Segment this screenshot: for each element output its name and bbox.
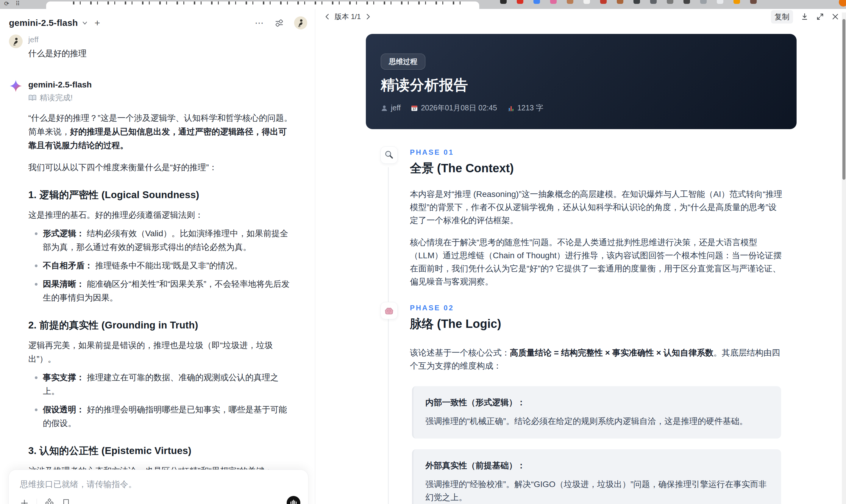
chat-header: gemini-2.5-flash + ⋯ xyxy=(0,9,315,32)
section-2-bullets: 事实支撑： 推理建立在可靠的数据、准确的观测或公认的真理之上。 假设透明： 好的… xyxy=(28,371,294,430)
artifact-panel: 版本 1/1 复制 思维过程 xyxy=(316,9,846,504)
panel-scrollbar-thumb[interactable] xyxy=(842,19,845,180)
phase-2-label: PHASE 02 xyxy=(410,304,784,312)
extension-icon[interactable] xyxy=(667,0,673,4)
browser-reload-icon[interactable]: ⟳ xyxy=(4,1,9,6)
chat-scroll-area[interactable]: jeff 什么是好的推理 gemini-2.5-flash xyxy=(0,32,315,504)
tab-grid-icon[interactable]: ⠿ xyxy=(16,1,19,6)
section-3-title: 3. 认知的公正性 (Epistemic Virtues) xyxy=(28,444,294,457)
voice-input-button[interactable] xyxy=(287,496,300,504)
version-prev-icon[interactable] xyxy=(324,13,330,20)
section-1-lead: 这是推理的基石。好的推理必须遵循逻辑法则： xyxy=(28,208,294,222)
phase-2-paragraph: 该论述基于一个核心公式：高质量结论 = 结构完整性 × 事实准确性 × 认知自律… xyxy=(410,346,784,373)
assistant-message: gemini-2.5-flash 精读完成! “什么是好的推理？”这是一个涉及逻… xyxy=(9,79,298,504)
extension-icon[interactable] xyxy=(717,0,723,4)
report-badge: 思维过程 xyxy=(381,54,425,70)
toolbar-divider xyxy=(37,499,37,504)
phase-1-paragraph-1: 本内容是对“推理 (Reasoning)”这一抽象概念的高层建模。在知识爆炸与人… xyxy=(410,188,784,227)
report-hero-card: 思维过程 精读分析报告 jeff 17 2026年01月08日 02:45 12… xyxy=(366,34,797,129)
brain-icon xyxy=(381,302,398,319)
bullet-item: 假设透明： 好的推理会明确指明哪些是已知事实，哪些是基于可能的假设。 xyxy=(28,403,294,430)
version-label: 版本 1/1 xyxy=(335,12,361,21)
extension-icon[interactable] xyxy=(650,0,657,4)
dims-line: 我们可以从以下四个维度来衡量什么是“好的推理”： xyxy=(28,161,294,174)
phase-2-section: PHASE 02 脉络 (The Logic) 该论述基于一个核心公式：高质量结… xyxy=(410,304,784,373)
extension-icon[interactable] xyxy=(617,0,623,4)
new-chat-button[interactable]: + xyxy=(95,18,100,28)
svg-text:17: 17 xyxy=(412,107,416,111)
tab-title-fragment xyxy=(73,1,461,4)
extension-icon[interactable] xyxy=(583,0,590,4)
assistant-markdown: “什么是好的推理？”这是一个涉及逻辑学、认知科学和哲学核心的问题。简单来说，好的… xyxy=(28,111,294,504)
dimension-card-2: 外部真实性（前提基础）： 强调推理的“经验校准”。解决“GIGO（垃圾进，垃圾出… xyxy=(412,449,781,504)
extension-icon[interactable] xyxy=(550,0,557,4)
report-title: 精读分析报告 xyxy=(381,76,468,95)
section-2-lead: 逻辑再完美，如果前提是错误的，推理也是垃圾（即“垃圾进，垃圾出”）。 xyxy=(28,339,294,366)
extension-icon[interactable] xyxy=(700,0,707,4)
expand-icon[interactable] xyxy=(816,13,824,20)
phase-1-paragraph-2: 核心情境在于解决“思考的随意性”问题。不论是人类通过批判性思维进行决策，还是大语… xyxy=(410,236,784,288)
phase-timeline-rail xyxy=(388,167,389,504)
report-wordcount: 1213 字 xyxy=(507,103,544,113)
extension-icon[interactable] xyxy=(750,0,757,4)
extension-icon[interactable] xyxy=(500,0,507,4)
bullet-item: 事实支撑： 推理建立在可靠的数据、准确的观测或公认的真理之上。 xyxy=(28,371,294,398)
user-avatar[interactable] xyxy=(294,16,307,30)
assistant-status-text: 精读完成! xyxy=(40,92,73,103)
extension-icons-row[interactable] xyxy=(500,0,767,6)
user-message-text: 什么是好的推理 xyxy=(28,48,298,59)
person-icon xyxy=(381,104,388,112)
model-selector[interactable]: gemini-2.5-flash xyxy=(9,18,78,28)
version-next-icon[interactable] xyxy=(366,13,371,20)
extension-icon[interactable] xyxy=(600,0,607,4)
bookmark-icon[interactable] xyxy=(62,499,70,504)
close-icon[interactable] xyxy=(832,13,839,20)
assistant-name: gemini-2.5-flash xyxy=(28,79,298,90)
intro-paragraph: “什么是好的推理？”这是一个涉及逻辑学、认知科学和哲学核心的问题。简单来说，好的… xyxy=(28,111,294,152)
skills-diamonds-icon[interactable] xyxy=(45,498,54,504)
magnifier-icon xyxy=(381,146,398,164)
assistant-status: 精读完成! xyxy=(28,92,298,103)
extension-icon[interactable] xyxy=(517,0,523,4)
phase-1-section: PHASE 01 全景 (The Context) 本内容是对“推理 (Reas… xyxy=(410,148,784,288)
user-message: jeff 什么是好的推理 xyxy=(9,35,298,59)
section-1-bullets: 形式逻辑： 结构必须有效（Valid）。比如演绎推理中，如果前提全部为真，那么通… xyxy=(28,227,294,305)
chat-pane: gemini-2.5-flash + ⋯ xyxy=(0,9,315,504)
extension-icon[interactable] xyxy=(533,0,540,4)
bullet-item: 不自相矛盾： 推理链条中不能出现“既是又非”的情况。 xyxy=(28,259,294,272)
extension-icon[interactable] xyxy=(684,0,690,4)
dimension-card-1: 内部一致性（形式逻辑）： 强调推理的“机械正确”。结论必须在给定的规则系统内逻辑… xyxy=(412,386,781,438)
report-date: 17 2026年01月08日 02:45 xyxy=(411,103,497,113)
user-message-avatar xyxy=(9,35,23,48)
phase-1-title: 全景 (The Context) xyxy=(410,160,784,176)
phase-1-label: PHASE 01 xyxy=(410,148,784,157)
bar-chart-icon xyxy=(507,104,514,112)
browser-profile-icon[interactable] xyxy=(839,0,846,6)
artifact-panel-header: 版本 1/1 复制 xyxy=(316,9,846,22)
browser-topbar: ⟳ ⠿ xyxy=(0,0,846,9)
extension-icon[interactable] xyxy=(633,0,640,4)
browser-active-tab[interactable] xyxy=(46,1,479,9)
attach-plus-icon[interactable] xyxy=(20,499,29,504)
input-toolbar xyxy=(20,498,70,504)
extension-icon[interactable] xyxy=(734,0,740,4)
settings-sliders-icon[interactable] xyxy=(275,18,284,28)
gemini-star-icon xyxy=(9,79,23,504)
calendar-icon: 17 xyxy=(411,104,418,112)
chat-input-box[interactable]: 思维接口已就绪，请传输指令。 xyxy=(8,469,309,504)
section-1-title: 1. 逻辑的严密性 (Logical Soundness) xyxy=(28,188,294,202)
book-icon xyxy=(28,94,37,102)
app-window: ⟳ ⠿ gemini-2.5-flash + ⋯ xyxy=(0,0,846,504)
report-meta: jeff 17 2026年01月08日 02:45 1213 字 xyxy=(381,103,543,113)
user-name: jeff xyxy=(28,35,298,44)
phase-2-title: 脉络 (The Logic) xyxy=(410,316,784,332)
artifact-content[interactable]: 思维过程 精读分析报告 jeff 17 2026年01月08日 02:45 12… xyxy=(316,22,846,504)
chevron-down-icon[interactable] xyxy=(82,20,88,26)
panel-scrollbar-track[interactable] xyxy=(842,13,846,504)
chat-input-placeholder[interactable]: 思维接口已就绪，请传输指令。 xyxy=(8,470,308,490)
download-icon[interactable] xyxy=(801,13,809,21)
copy-button[interactable]: 复制 xyxy=(771,10,793,23)
extension-icon[interactable] xyxy=(567,0,573,4)
more-options-icon[interactable]: ⋯ xyxy=(255,20,264,26)
bullet-item: 形式逻辑： 结构必须有效（Valid）。比如演绎推理中，如果前提全部为真，那么通… xyxy=(28,227,294,254)
